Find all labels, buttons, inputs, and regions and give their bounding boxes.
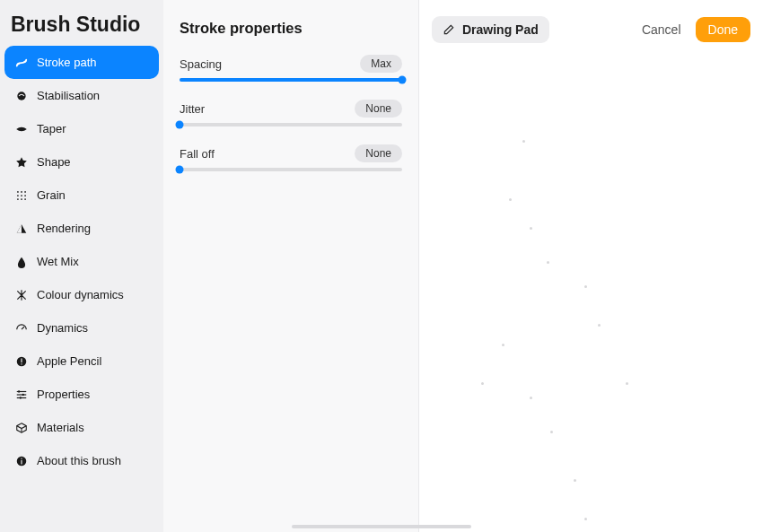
panel-title: Stroke properties — [180, 20, 402, 37]
sidebar-item-shape[interactable]: Shape — [4, 145, 159, 179]
stroke-path-icon — [15, 57, 28, 69]
svg-point-3 — [24, 191, 26, 193]
sidebar-item-label: Apple Pencil — [37, 354, 101, 368]
sidebar-item-label: Materials — [37, 421, 84, 434]
sidebar-item-label: Taper — [37, 122, 66, 135]
svg-point-9 — [24, 198, 26, 200]
sidebar-nav: Stroke path Stabilisation Taper Shape — [0, 46, 163, 477]
svg-point-17 — [18, 390, 20, 392]
rendering-icon — [15, 222, 28, 235]
stabilisation-icon — [15, 90, 28, 102]
slider-spacing: Spacing Max — [180, 55, 402, 82]
sidebar-item-stabilisation[interactable]: Stabilisation — [4, 79, 159, 112]
svg-rect-12 — [21, 358, 22, 362]
slider-falloff: Fall off None — [180, 144, 402, 171]
svg-rect-21 — [21, 459, 22, 464]
sidebar-item-stroke-path[interactable]: Stroke path — [4, 46, 159, 79]
sidebar: Brush Studio Stroke path Stabilisation T… — [0, 0, 163, 532]
svg-point-4 — [17, 195, 19, 196]
sidebar-item-label: Shape — [37, 155, 71, 169]
home-indicator — [292, 525, 471, 528]
sidebar-item-label: Stabilisation — [37, 89, 100, 102]
slider-jitter: Jitter None — [180, 100, 402, 126]
brush-dot — [584, 518, 587, 520]
properties-panel: Stroke properties Spacing Max Jitter Non… — [163, 0, 419, 532]
svg-rect-13 — [21, 363, 22, 364]
sidebar-item-materials[interactable]: Materials — [4, 411, 159, 444]
slider-thumb[interactable] — [176, 166, 184, 174]
wet-mix-icon — [15, 256, 28, 268]
preview-header: Drawing Pad Cancel Done — [419, 0, 763, 43]
svg-point-18 — [22, 393, 24, 395]
slider-label: Fall off — [180, 147, 215, 161]
slider-value-pill: Max — [360, 55, 402, 73]
sidebar-item-dynamics[interactable]: Dynamics — [4, 311, 159, 344]
sidebar-item-label: Rendering — [37, 222, 91, 235]
brush-dot — [522, 140, 525, 143]
colour-dynamics-icon — [15, 289, 28, 301]
svg-line-10 — [22, 327, 24, 329]
slider-label: Spacing — [180, 57, 222, 71]
sidebar-item-colour-dynamics[interactable]: Colour dynamics — [4, 278, 159, 311]
sidebar-item-label: Properties — [37, 388, 90, 401]
brush-dot — [574, 479, 576, 482]
svg-point-7 — [17, 198, 19, 200]
cancel-button[interactable]: Cancel — [631, 17, 692, 42]
app-title: Brush Studio — [0, 0, 163, 46]
sidebar-item-label: Dynamics — [37, 321, 88, 335]
taper-icon — [15, 123, 28, 135]
properties-icon — [15, 388, 28, 401]
brush-dot — [598, 324, 601, 327]
svg-point-19 — [20, 397, 22, 398]
slider-value-pill: None — [355, 144, 402, 162]
done-button[interactable]: Done — [696, 17, 750, 42]
preview-area: Drawing Pad Cancel Done — [419, 0, 763, 532]
sidebar-item-grain[interactable]: Grain — [4, 179, 159, 212]
brush-dot — [509, 198, 512, 201]
svg-point-1 — [17, 191, 19, 193]
about-icon — [15, 455, 28, 467]
sidebar-item-label: Wet Mix — [37, 255, 79, 268]
sidebar-item-label: Grain — [37, 188, 66, 202]
svg-point-0 — [17, 92, 25, 100]
brush-dot — [547, 261, 549, 264]
grain-icon — [15, 189, 28, 202]
sidebar-item-rendering[interactable]: Rendering — [4, 212, 159, 245]
sidebar-item-label: About this brush — [37, 454, 121, 467]
svg-point-5 — [21, 195, 22, 196]
slider-track[interactable] — [180, 168, 402, 171]
slider-fill — [180, 78, 402, 82]
slider-track[interactable] — [180, 123, 402, 126]
sidebar-item-properties[interactable]: Properties — [4, 378, 159, 411]
drawing-pad-button[interactable]: Drawing Pad — [432, 16, 549, 43]
brush-dot — [530, 397, 532, 399]
svg-point-2 — [21, 191, 22, 193]
slider-value-pill: None — [355, 100, 402, 118]
drawing-canvas[interactable] — [419, 43, 763, 532]
shape-icon — [15, 156, 28, 169]
sidebar-item-apple-pencil[interactable]: Apple Pencil — [4, 344, 159, 378]
svg-point-8 — [21, 198, 22, 200]
brush-dot — [626, 382, 628, 385]
brush-dot — [550, 431, 553, 433]
drawing-pad-label: Drawing Pad — [462, 22, 539, 37]
apple-pencil-icon — [15, 355, 28, 368]
sidebar-item-about[interactable]: About this brush — [4, 444, 159, 477]
brush-dot — [584, 285, 587, 288]
brush-dot — [502, 344, 504, 346]
slider-thumb[interactable] — [176, 121, 184, 129]
slider-track[interactable] — [180, 78, 402, 82]
sidebar-item-taper[interactable]: Taper — [4, 112, 159, 145]
brush-dot — [481, 382, 484, 385]
brush-dot — [530, 227, 532, 230]
sidebar-item-label: Colour dynamics — [37, 288, 124, 301]
svg-rect-22 — [21, 458, 22, 458]
sidebar-item-label: Stroke path — [37, 56, 97, 69]
materials-icon — [15, 422, 28, 434]
svg-point-6 — [24, 195, 26, 196]
edit-icon — [443, 23, 455, 36]
sidebar-item-wet-mix[interactable]: Wet Mix — [4, 245, 159, 278]
slider-label: Jitter — [180, 102, 205, 116]
slider-thumb[interactable] — [399, 76, 407, 84]
dynamics-icon — [15, 322, 28, 335]
